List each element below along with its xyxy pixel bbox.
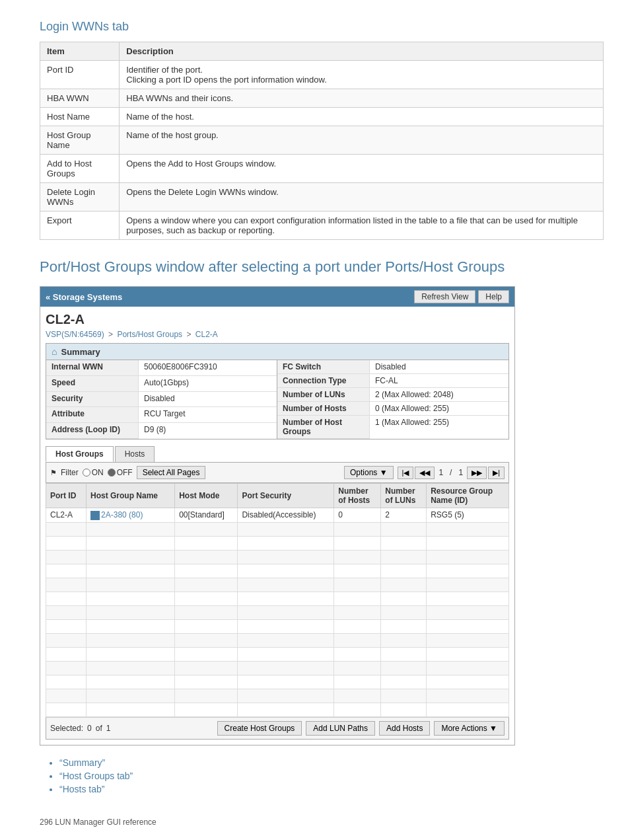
- item-cell: Port ID: [40, 61, 120, 89]
- empty-cell: [87, 592, 175, 605]
- col-desc-header: Description: [120, 42, 604, 61]
- storage-systems-nav[interactable]: « Storage Systems: [46, 292, 122, 302]
- empty-cell: [238, 536, 334, 550]
- tab-host-groups[interactable]: Host Groups: [46, 446, 114, 462]
- empty-cell: [334, 619, 381, 633]
- first-page-button[interactable]: |◀: [398, 467, 414, 479]
- on-radio[interactable]: [83, 469, 90, 477]
- empty-cell: [46, 550, 87, 564]
- empty-cell: [238, 605, 334, 619]
- num-hosts-cell: 0: [334, 508, 381, 523]
- table-row-empty: [46, 592, 509, 605]
- prev-page-button[interactable]: ◀◀: [415, 467, 435, 479]
- filter-off-toggle[interactable]: OFF: [108, 468, 133, 477]
- empty-cell: [238, 550, 334, 564]
- filter-on-toggle[interactable]: ON: [83, 468, 104, 477]
- summary-value: D9 (8): [139, 423, 277, 439]
- item-cell: Delete Login WWNs: [40, 183, 120, 211]
- empty-cell: [381, 536, 427, 550]
- port-host-groups-title: Port/Host Groups window after selecting …: [40, 258, 604, 276]
- host-group-link[interactable]: 2A-380 (80): [101, 510, 143, 519]
- list-item-link[interactable]: “Host Groups tab”: [59, 771, 133, 781]
- summary-label: Internal WWN: [46, 360, 139, 376]
- window-header: « Storage Systems Refresh View Help: [40, 287, 514, 307]
- add-hosts-button[interactable]: Add Hosts: [379, 721, 430, 736]
- create-host-groups-button[interactable]: Create Host Groups: [217, 721, 302, 736]
- empty-cell: [238, 564, 334, 578]
- breadcrumb-vsp[interactable]: VSP(S/N:64569): [46, 330, 104, 339]
- empty-cell: [427, 647, 509, 661]
- empty-cell: [381, 675, 427, 689]
- empty-cell: [381, 592, 427, 605]
- summary-label: Attribute: [46, 407, 139, 423]
- host-mode-cell: 00[Standard]: [175, 508, 238, 523]
- empty-cell: [87, 647, 175, 661]
- empty-cell: [87, 578, 175, 592]
- filter-label: Filter: [61, 468, 79, 477]
- empty-cell: [334, 633, 381, 647]
- breadcrumb: VSP(S/N:64569) > Ports/Host Groups > CL2…: [46, 330, 509, 339]
- empty-cell: [238, 661, 334, 675]
- next-page-button[interactable]: ▶▶: [467, 467, 487, 479]
- empty-cell: [427, 536, 509, 550]
- list-item-link[interactable]: “Summary”: [59, 757, 105, 768]
- summary-value: 1 (Max Allowed: 255): [370, 416, 508, 439]
- list-item: “Summary”: [59, 757, 604, 768]
- refresh-view-button[interactable]: Refresh View: [414, 290, 475, 303]
- action-bar: Selected: 0 of 1 Create Host Groups Add …: [46, 717, 509, 740]
- empty-cell: [427, 522, 509, 536]
- table-row-empty: [46, 564, 509, 578]
- empty-cell: [334, 661, 381, 675]
- summary-grid: Internal WWN50060E8006FC3910SpeedAuto(1G…: [46, 360, 509, 439]
- list-item-link[interactable]: “Hosts tab”: [59, 784, 104, 794]
- options-button[interactable]: Options ▼: [344, 466, 394, 479]
- empty-cell: [87, 550, 175, 564]
- table-row-empty: [46, 689, 509, 703]
- desc-cell: Opens the Delete Login WWNs window.: [120, 183, 604, 211]
- more-actions-button[interactable]: More Actions ▼: [434, 721, 505, 736]
- empty-cell: [46, 578, 87, 592]
- breadcrumb-sep2: >: [186, 330, 191, 339]
- num-luns-cell: 2: [381, 508, 427, 523]
- empty-cell: [175, 703, 238, 716]
- empty-cell: [238, 633, 334, 647]
- empty-cell: [175, 689, 238, 703]
- empty-cell: [46, 661, 87, 675]
- add-lun-paths-button[interactable]: Add LUN Paths: [306, 721, 375, 736]
- empty-cell: [381, 703, 427, 716]
- empty-cell: [334, 536, 381, 550]
- item-cell: HBA WWN: [40, 89, 120, 108]
- item-cell: Host Group Name: [40, 126, 120, 155]
- item-cell: Add to Host Groups: [40, 155, 120, 183]
- select-all-pages-button[interactable]: Select All Pages: [137, 466, 206, 479]
- table-row-empty: [46, 619, 509, 633]
- empty-cell: [87, 522, 175, 536]
- last-page-button[interactable]: ▶|: [488, 467, 505, 479]
- table-row-empty: [46, 578, 509, 592]
- total-count: 1: [106, 724, 111, 733]
- empty-cell: [334, 592, 381, 605]
- port-id-cell: CL2-A: [46, 508, 87, 523]
- empty-cell: [175, 661, 238, 675]
- off-radio[interactable]: [108, 469, 116, 477]
- summary-left-col: Internal WWN50060E8006FC3910SpeedAuto(1G…: [46, 360, 277, 439]
- empty-cell: [175, 605, 238, 619]
- desc-cell: Name of the host group.: [120, 126, 604, 155]
- empty-cell: [87, 661, 175, 675]
- breadcrumb-ports[interactable]: Ports/Host Groups: [117, 330, 182, 339]
- empty-cell: [381, 578, 427, 592]
- page-current: 1: [436, 468, 446, 477]
- table-row: CL2-A2A-380 (80)00[Standard]Disabled(Acc…: [46, 508, 509, 523]
- empty-cell: [87, 675, 175, 689]
- summary-value: Disabled: [139, 392, 277, 408]
- desc-cell: Opens the Add to Host Groups window.: [120, 155, 604, 183]
- desc-cell: Name of the host.: [120, 108, 604, 126]
- tab-hosts[interactable]: Hosts: [115, 446, 155, 462]
- empty-cell: [46, 592, 87, 605]
- header-buttons: Refresh View Help: [414, 290, 509, 303]
- empty-cell: [381, 522, 427, 536]
- help-button[interactable]: Help: [478, 290, 509, 303]
- empty-cell: [334, 550, 381, 564]
- empty-cell: [238, 578, 334, 592]
- empty-cell: [175, 592, 238, 605]
